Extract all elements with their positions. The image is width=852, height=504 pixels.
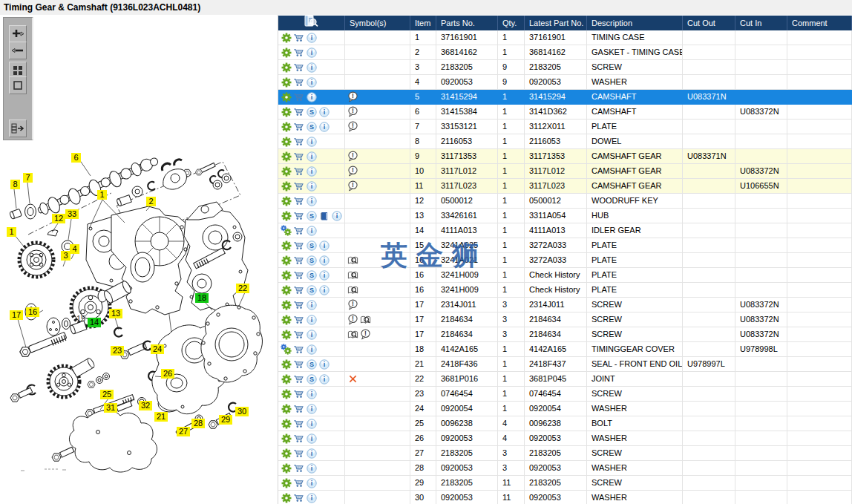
add-to-cart-icon[interactable] xyxy=(293,269,304,281)
table-row[interactable]: i!103117L01213117L012CAMSHAFT GEARU08337… xyxy=(278,164,852,179)
add-to-cart-icon[interactable] xyxy=(293,166,304,177)
info-icon[interactable]: i xyxy=(306,344,317,355)
column-header-symbols[interactable]: Symbol(s) xyxy=(345,16,410,30)
add-to-cart-icon[interactable] xyxy=(293,314,304,325)
zoom-in-button[interactable] xyxy=(9,25,27,43)
column-header-parts[interactable]: Parts No. xyxy=(436,16,498,30)
add-to-cart-icon[interactable] xyxy=(293,418,304,429)
diagram-callout[interactable]: 21 xyxy=(154,412,168,422)
info-icon[interactable]: i xyxy=(306,388,317,399)
gear-icon[interactable] xyxy=(281,373,292,384)
table-row[interactable]: i292183205112183205SCREW xyxy=(278,476,852,491)
table-row[interactable]: i!17218463432184634SCREWU083372N xyxy=(278,327,852,342)
gear-icon[interactable] xyxy=(281,418,292,429)
table-row[interactable]: i26092005340920053WASHER xyxy=(278,431,852,446)
gear-icon[interactable] xyxy=(281,195,292,206)
history-lookup-icon[interactable] xyxy=(347,255,358,266)
column-header-comment[interactable]: Comment xyxy=(787,16,852,30)
add-to-cart-icon[interactable] xyxy=(293,136,304,147)
table-row[interactable]: i12050001210500012WOODRUFF KEY xyxy=(278,194,852,209)
diagram-callout[interactable]: 32 xyxy=(139,401,152,410)
add-to-cart-icon[interactable] xyxy=(293,359,304,370)
s-badge-icon[interactable]: S xyxy=(306,373,317,384)
add-to-cart-icon[interactable] xyxy=(293,91,304,102)
add-to-cart-icon[interactable] xyxy=(293,106,304,117)
info-icon[interactable]: i xyxy=(306,329,317,340)
info-icon[interactable]: i xyxy=(318,284,330,295)
history-lookup-icon[interactable] xyxy=(360,314,371,325)
gear-icon[interactable] xyxy=(281,462,292,474)
diagram-callout[interactable]: 26 xyxy=(161,369,174,379)
table-row[interactable]: i28092005330920053WASHER xyxy=(278,461,852,476)
s-badge-icon[interactable]: S xyxy=(306,284,317,295)
diagram-callout[interactable]: 18 xyxy=(195,293,209,303)
diagram-callout[interactable]: 24 xyxy=(151,344,164,354)
info-icon[interactable]: i xyxy=(306,76,317,88)
info-icon[interactable]: i xyxy=(318,106,330,117)
note-balloon-icon[interactable]: ! xyxy=(360,329,371,340)
discontinued-x-icon[interactable] xyxy=(347,373,358,384)
gear-icon[interactable] xyxy=(281,448,292,459)
table-row[interactable]: i23074645410746454SCREW xyxy=(278,387,852,402)
note-balloon-icon[interactable]: ! xyxy=(347,91,358,102)
table-row[interactable]: Si163241A02113272A033PLATE xyxy=(278,253,852,268)
gear-icon[interactable] xyxy=(281,284,292,295)
info-icon[interactable]: i xyxy=(306,225,317,236)
table-row[interactable]: i137161901137161901TIMING CASE xyxy=(278,30,852,45)
s-badge-icon[interactable]: S xyxy=(306,269,317,281)
add-to-cart-icon[interactable] xyxy=(293,32,304,43)
s-badge-icon[interactable]: S xyxy=(306,359,317,370)
note-balloon-icon[interactable]: ! xyxy=(347,121,358,132)
note-balloon-icon[interactable]: ! xyxy=(347,106,358,117)
add-to-cart-icon[interactable] xyxy=(293,76,304,88)
diagram-callout[interactable]: 14 xyxy=(88,318,101,327)
add-to-cart-icon[interactable] xyxy=(293,492,304,503)
add-to-cart-icon[interactable] xyxy=(293,151,304,162)
s-badge-icon[interactable]: S xyxy=(306,121,317,132)
diagram-callout[interactable]: 29 xyxy=(219,415,232,425)
diagram-callout[interactable]: 3 xyxy=(61,251,71,261)
column-header-cutin[interactable]: Cut In xyxy=(735,16,787,30)
note-balloon-icon[interactable]: ! xyxy=(347,166,358,177)
s-badge-icon[interactable]: S xyxy=(306,210,317,221)
gear-icon[interactable] xyxy=(281,91,292,102)
gear-icon[interactable] xyxy=(281,314,292,325)
double-gear-icon[interactable] xyxy=(281,344,292,355)
diagram-callout[interactable]: 22 xyxy=(236,284,249,293)
add-to-cart-icon[interactable] xyxy=(293,210,304,221)
gear-icon[interactable] xyxy=(281,166,292,177)
table-row[interactable]: i184142A16514142A165TIMINGGEAR COVERU978… xyxy=(278,342,852,357)
table-row[interactable]: Si133342616113311A054HUB xyxy=(278,209,852,223)
table-row[interactable]: Si223681P01613681P045JOINT xyxy=(278,372,852,387)
history-lookup-icon[interactable] xyxy=(347,284,358,295)
add-to-cart-icon[interactable] xyxy=(293,255,304,266)
add-to-cart-icon[interactable] xyxy=(293,284,304,295)
double-gear-icon[interactable] xyxy=(281,225,292,236)
column-header-desc[interactable]: Description xyxy=(587,16,683,30)
info-icon[interactable]: i xyxy=(306,314,317,325)
table-row[interactable]: i144111A01314111A013IDLER GEAR xyxy=(278,223,852,238)
info-icon[interactable]: i xyxy=(306,91,317,102)
gear-icon[interactable] xyxy=(281,299,292,310)
diagram-callout[interactable]: 28 xyxy=(191,419,205,428)
column-header-actions[interactable] xyxy=(278,16,345,30)
history-lookup-icon[interactable] xyxy=(347,329,358,340)
gear-icon[interactable] xyxy=(281,388,292,399)
add-to-cart-icon[interactable] xyxy=(293,240,304,251)
column-header-qty[interactable]: Qty. xyxy=(498,16,525,30)
info-icon[interactable]: i xyxy=(331,210,342,221)
add-to-cart-icon[interactable] xyxy=(293,62,304,73)
info-icon[interactable]: i xyxy=(318,255,330,266)
info-icon[interactable]: i xyxy=(306,195,317,206)
info-icon[interactable]: i xyxy=(306,32,317,43)
gear-icon[interactable] xyxy=(281,359,292,370)
table-row[interactable]: Si!63141538413141D362CAMSHAFTU083372N xyxy=(278,105,852,120)
add-to-cart-icon[interactable] xyxy=(293,344,304,355)
gear-icon[interactable] xyxy=(281,47,292,58)
fit-view-button[interactable] xyxy=(9,76,27,94)
table-row[interactable]: i300920053110920053WASHER xyxy=(278,491,852,504)
diagram-callout[interactable]: 8 xyxy=(10,180,20,189)
diagram-callout[interactable]: 15 xyxy=(74,314,88,324)
table-row[interactable]: i!172314J01132314J011SCREWU083372N xyxy=(278,298,852,312)
diagram-callout[interactable]: 13 xyxy=(109,309,122,318)
